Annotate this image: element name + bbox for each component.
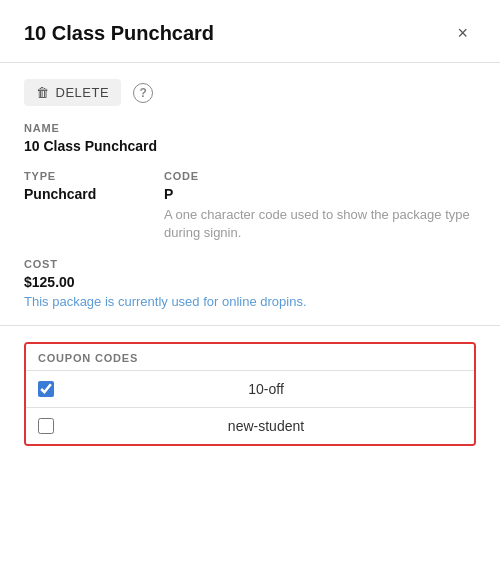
coupon-divider	[0, 325, 500, 326]
modal-container: 10 Class Punchcard × 🗑 DELETE ? NAME 10 …	[0, 0, 500, 466]
modal-title: 10 Class Punchcard	[24, 22, 214, 45]
type-label: TYPE	[24, 170, 164, 182]
coupon-checkbox-0[interactable]	[38, 381, 54, 397]
coupon-name-0: 10-off	[70, 381, 462, 397]
toolbar: 🗑 DELETE ?	[24, 79, 476, 106]
name-value: 10 Class Punchcard	[24, 138, 476, 154]
type-field: TYPE Punchcard	[24, 170, 164, 242]
type-code-row: TYPE Punchcard CODE P A one character co…	[24, 170, 476, 242]
code-label: CODE	[164, 170, 476, 182]
coupon-row-1: new-student	[26, 407, 474, 444]
help-icon[interactable]: ?	[133, 83, 153, 103]
cost-field: COST $125.00 This package is currently u…	[24, 258, 476, 309]
coupon-section: COUPON CODES 10-off new-student	[24, 342, 476, 446]
coupon-header: COUPON CODES	[26, 344, 474, 370]
name-field: NAME 10 Class Punchcard	[24, 122, 476, 154]
type-value: Punchcard	[24, 186, 164, 202]
cost-value: $125.00	[24, 274, 476, 290]
code-field: CODE P A one character code used to show…	[164, 170, 476, 242]
close-button[interactable]: ×	[449, 20, 476, 46]
online-note: This package is currently used for onlin…	[24, 294, 476, 309]
trash-icon: 🗑	[36, 85, 50, 100]
header-divider	[0, 62, 500, 63]
cost-label: COST	[24, 258, 476, 270]
delete-label: DELETE	[56, 85, 110, 100]
coupon-checkbox-1[interactable]	[38, 418, 54, 434]
code-hint: A one character code used to show the pa…	[164, 206, 476, 242]
name-label: NAME	[24, 122, 476, 134]
delete-button[interactable]: 🗑 DELETE	[24, 79, 121, 106]
code-value: P	[164, 186, 476, 202]
modal-header: 10 Class Punchcard ×	[24, 20, 476, 46]
coupon-name-1: new-student	[70, 418, 462, 434]
coupon-row-0: 10-off	[26, 370, 474, 407]
